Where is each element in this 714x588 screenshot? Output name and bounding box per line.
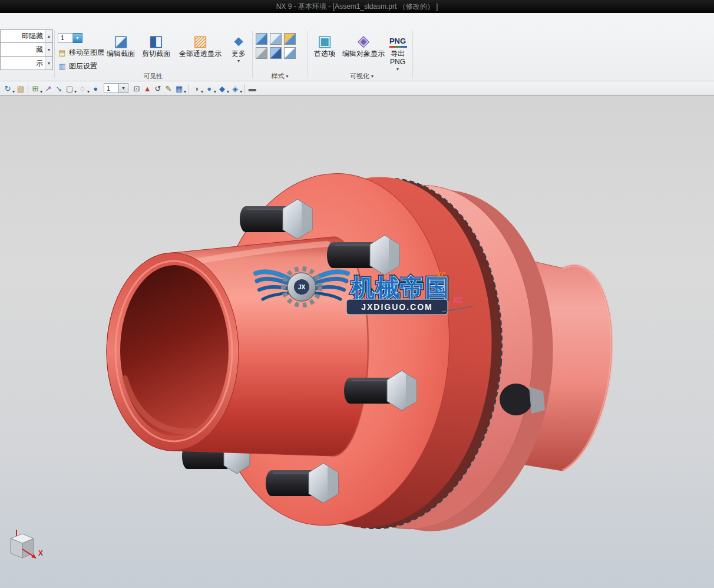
refresh-icon[interactable]: ▧	[15, 82, 26, 94]
gallery-rows: 即隐藏▴藏▾示▾	[0, 29, 53, 70]
preferences-icon: ▣	[318, 31, 332, 50]
edit-object-display-button[interactable]: ◈ 编辑对象显示	[339, 31, 388, 58]
brush-icon[interactable]: ✎	[163, 82, 174, 94]
layer-combo-value[interactable]: 1	[58, 33, 73, 43]
style-group-label: 样式 ▾	[252, 72, 308, 81]
work-layer-value[interactable]: 1	[104, 83, 119, 93]
edit-section-label: 编辑截面	[107, 50, 135, 58]
chevron-down-icon: ▾	[40, 89, 42, 94]
shaded-view-icon[interactable]: ●▾	[204, 82, 217, 94]
render-style-cube[interactable]	[256, 33, 267, 45]
png-icon: PNG	[389, 31, 406, 50]
more-icon: ◆	[234, 31, 243, 50]
csys-icon[interactable]: ▲	[142, 82, 153, 94]
chevron-down-icon: ▾	[74, 89, 77, 94]
render-style-cube[interactable]	[270, 47, 282, 59]
preferences-label: 首选项	[314, 50, 335, 58]
chevron-down-icon: ▾	[286, 74, 288, 79]
gear-monogram: JX	[298, 284, 306, 290]
toolbar-separator	[244, 84, 245, 93]
chevron-down-icon: ▾	[240, 89, 242, 94]
layer-combo[interactable]: 1 ▾	[58, 32, 82, 43]
show-translucent-button[interactable]: ▨ 全部通透显示	[174, 31, 226, 58]
toolbar-separator	[28, 84, 28, 93]
more-label: 更多	[232, 50, 246, 58]
facet-settings-icon[interactable]: ◈▾	[230, 82, 243, 94]
move-to-layer-icon: ▤	[58, 48, 67, 57]
chevron-down-icon: ▾	[227, 89, 229, 94]
render-style-icon[interactable]: ◑▾	[191, 82, 204, 94]
edit-section-button[interactable]: ◪ 编辑截面	[104, 31, 138, 58]
clip-section-button[interactable]: ◧ 剪切截面	[139, 31, 173, 58]
chevron-down-icon: ▾	[237, 58, 240, 64]
watermark-title: 机械帝国	[351, 275, 450, 300]
toolbar2-right: ⊡▲↺✎▦▾◑▾●▾◆▾◈▾▬	[131, 82, 257, 94]
flange-coupling-model: JX 机械帝国 机械帝国 JXDIGUO.COM XC XC X	[0, 95, 714, 588]
more-button[interactable]: ◆ 更多 ▾	[228, 31, 249, 64]
xc-axis-label-mid: XC	[453, 296, 463, 305]
chevron-down-icon: ▾	[76, 35, 78, 41]
section-plane-icon: ◪	[114, 31, 128, 50]
ribbon: 即隐藏▴藏▾示▾ 1 ▾ ▤ 移动至图层 ▥ 图层设置 ◪ 编辑截面 ◧ 剪切截…	[0, 13, 714, 81]
pan-icon[interactable]: ↘	[54, 82, 64, 94]
window-title: NX 9 - 基本环境 - [Assem1_sldasm.prt （修改的） ]	[276, 2, 438, 12]
gallery-scroll-arrow[interactable]: ▾	[45, 43, 52, 56]
move-to-layer-button[interactable]: ▤ 移动至图层	[58, 47, 104, 58]
render-style-cube[interactable]	[256, 47, 267, 59]
viewport-3d[interactable]: JX 机械帝国 机械帝国 JXDIGUO.COM XC XC X	[0, 95, 714, 588]
orientation-triad: X	[11, 530, 43, 559]
chevron-down-icon: ▾	[12, 89, 15, 94]
style-cubes	[256, 33, 300, 59]
chevron-down-icon: ▾	[396, 67, 399, 72]
gallery-scroll-arrow[interactable]: ▴	[45, 30, 52, 42]
rotate-view-icon[interactable]: ↺	[153, 82, 163, 94]
expand-collapse-icon[interactable]: ⊞▾	[30, 82, 43, 94]
show-translucent-label: 全部通透显示	[179, 50, 222, 58]
chevron-down-icon: ▾	[87, 89, 90, 94]
circle-select-icon[interactable]: ◌▾	[77, 82, 90, 94]
chevron-down-icon: ▾	[184, 89, 186, 94]
clip-section-label: 剪切截面	[142, 50, 170, 58]
translucent-box-icon: ▨	[193, 31, 208, 50]
fit-view-icon[interactable]: ↻▾	[2, 82, 15, 94]
gallery-scroll-arrow[interactable]: ▾	[45, 57, 52, 70]
preferences-button[interactable]: ▣ 首选项	[311, 31, 338, 58]
ruler-icon[interactable]: ▬	[247, 82, 257, 94]
render-style-cube[interactable]	[284, 47, 296, 59]
move-to-layer-label: 移动至图层	[69, 48, 104, 58]
diamond-tool-icon[interactable]: ◆▾	[217, 82, 230, 94]
chevron-down-icon: ▾	[214, 89, 216, 94]
grid-display-icon[interactable]: ▦▾	[174, 82, 187, 94]
zoom-box-icon[interactable]: ⊡	[131, 82, 142, 94]
chevron-down-icon: ▾	[201, 89, 203, 94]
gallery-row[interactable]: 即隐藏▴	[0, 29, 53, 43]
orient-view-icon[interactable]: ↗	[43, 82, 54, 94]
tube-bore	[120, 265, 229, 436]
marquee-select-icon[interactable]: ▢▾	[64, 82, 77, 94]
layer-settings-icon: ▥	[58, 62, 67, 71]
work-layer-dropdown[interactable]: ▾	[119, 83, 128, 93]
render-style-cube[interactable]	[284, 33, 296, 45]
xc-axis-label-top: XC	[437, 271, 447, 279]
chevron-down-icon: ▾	[371, 74, 373, 79]
gallery-row[interactable]: 示▾	[0, 57, 53, 70]
render-style-cube[interactable]	[270, 33, 282, 45]
export-png-button[interactable]: PNG 导出PNG ▾	[384, 31, 411, 72]
gallery-row-label: 示	[1, 58, 45, 68]
snap-sphere-icon[interactable]: ●	[90, 82, 101, 94]
layer-settings-button[interactable]: ▥ 图层设置	[58, 60, 97, 72]
toolbar-separator	[189, 84, 189, 93]
visibility-group-label: 可见性	[54, 72, 252, 81]
visualization-group-label: 可视化 ▾	[311, 72, 412, 81]
gallery-row-label: 即隐藏	[1, 31, 45, 41]
chevron-down-icon: ▾	[123, 85, 125, 91]
group-divider	[54, 31, 55, 78]
work-layer-combo[interactable]: 1 ▾	[104, 83, 128, 94]
export-png-label: 导出PNG	[385, 50, 411, 67]
group-divider	[308, 31, 308, 78]
gallery-row[interactable]: 藏▾	[0, 43, 53, 57]
clip-section-icon: ◧	[149, 31, 164, 50]
layer-combo-dropdown[interactable]: ▾	[73, 33, 82, 43]
layer-settings-label: 图层设置	[69, 61, 97, 71]
utility-toolbar: ↻▾▧⊞▾↗↘▢▾◌▾● 1 ▾ ⊡▲↺✎▦▾◑▾●▾◆▾◈▾▬	[0, 81, 714, 95]
